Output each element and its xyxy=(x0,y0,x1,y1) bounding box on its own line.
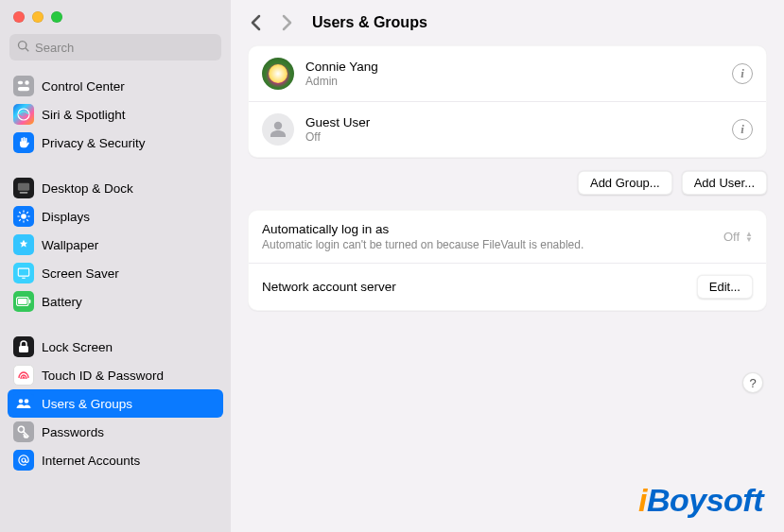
lock-icon xyxy=(13,336,34,357)
svg-rect-17 xyxy=(18,299,27,304)
sidebar-item-internet-accounts[interactable]: Internet Accounts xyxy=(8,446,223,474)
svg-line-14 xyxy=(26,212,28,214)
search-field[interactable] xyxy=(9,34,221,60)
page-title: Users & Groups xyxy=(312,14,427,31)
sidebar-item-users-groups[interactable]: Users & Groups xyxy=(8,389,223,418)
touchid-icon xyxy=(13,365,34,386)
auto-login-value[interactable]: Off ▲▼ xyxy=(723,230,753,244)
svg-point-3 xyxy=(18,109,29,120)
user-row[interactable]: Guest User Off i xyxy=(249,101,766,157)
user-row[interactable]: Connie Yang Admin i xyxy=(249,46,766,101)
header: Users & Groups xyxy=(231,0,784,45)
siri-icon xyxy=(13,104,34,125)
svg-line-13 xyxy=(19,219,21,221)
user-name: Connie Yang xyxy=(305,60,721,74)
sidebar-item-siri-spotlight[interactable]: Siri & Spotlight xyxy=(8,100,223,129)
window-controls xyxy=(0,11,231,34)
svg-point-6 xyxy=(21,214,26,219)
sidebar-item-wallpaper[interactable]: Wallpaper xyxy=(8,231,223,259)
svg-rect-0 xyxy=(18,81,23,85)
sidebar-item-label: Users & Groups xyxy=(42,397,132,411)
watermark: iBoysoft xyxy=(638,482,763,519)
avatar xyxy=(262,113,294,146)
auto-login-description: Automatic login can't be turned on becau… xyxy=(262,238,714,251)
avatar xyxy=(262,58,294,90)
auto-login-label: Automatically log in as xyxy=(262,222,714,236)
svg-point-2 xyxy=(25,80,28,84)
svg-rect-1 xyxy=(18,87,29,91)
sidebar-item-label: Touch ID & Password xyxy=(42,369,164,383)
sidebar-item-passwords[interactable]: Passwords xyxy=(8,418,223,446)
stepper-icon: ▲▼ xyxy=(745,232,753,243)
sidebar-item-label: Siri & Spotlight xyxy=(42,108,126,122)
search-input[interactable] xyxy=(35,41,214,55)
svg-rect-18 xyxy=(29,300,31,303)
key-icon xyxy=(13,421,34,442)
content-pane: Users & Groups Connie Yang Admin i Guest… xyxy=(231,0,784,532)
svg-rect-4 xyxy=(18,183,29,191)
settings-panel: Automatically log in as Automatic login … xyxy=(248,210,767,311)
dock-icon xyxy=(13,178,34,198)
sidebar-item-label: Wallpaper xyxy=(42,238,98,252)
users-list: Connie Yang Admin i Guest User Off i xyxy=(248,45,767,158)
sidebar-item-touch-id[interactable]: Touch ID & Password xyxy=(8,361,223,389)
svg-point-22 xyxy=(18,426,24,432)
svg-point-21 xyxy=(25,399,29,403)
info-icon[interactable]: i xyxy=(732,119,753,140)
sidebar-item-label: Battery xyxy=(42,295,82,309)
add-user-button[interactable]: Add User... xyxy=(682,171,767,195)
svg-rect-15 xyxy=(18,268,28,276)
svg-rect-19 xyxy=(19,346,28,352)
back-button[interactable] xyxy=(248,13,265,32)
sidebar-item-lock-screen[interactable]: Lock Screen xyxy=(8,333,223,361)
sidebar-item-label: Control Center xyxy=(42,79,125,94)
sidebar: Control CenterSiri & SpotlightPrivacy & … xyxy=(0,0,231,532)
hand-icon xyxy=(13,132,34,153)
sidebar-item-desktop-dock[interactable]: Desktop & Dock xyxy=(8,174,223,202)
battery-icon xyxy=(13,291,34,312)
wallpaper-icon xyxy=(13,234,34,255)
sidebar-item-label: Internet Accounts xyxy=(42,454,140,468)
sidebar-item-label: Lock Screen xyxy=(42,340,113,354)
help-button[interactable]: ? xyxy=(742,372,763,393)
sidebar-item-screen-saver[interactable]: Screen Saver xyxy=(8,259,223,287)
add-group-button[interactable]: Add Group... xyxy=(578,171,672,195)
sidebar-item-label: Desktop & Dock xyxy=(42,181,133,196)
sidebar-item-battery[interactable]: Battery xyxy=(8,287,223,316)
screensaver-icon xyxy=(13,263,34,283)
sidebar-item-displays[interactable]: Displays xyxy=(8,202,223,231)
user-name: Guest User xyxy=(305,115,721,129)
sidebar-item-label: Screen Saver xyxy=(42,266,119,281)
sidebar-item-label: Passwords xyxy=(42,425,104,439)
user-actions: Add Group... Add User... xyxy=(231,171,784,210)
svg-rect-5 xyxy=(20,192,28,194)
svg-line-11 xyxy=(19,212,21,214)
svg-point-20 xyxy=(19,399,24,403)
edit-button[interactable]: Edit... xyxy=(697,275,753,299)
network-server-label: Network account server xyxy=(262,280,688,294)
info-icon[interactable]: i xyxy=(732,63,753,84)
user-status: Off xyxy=(305,130,721,144)
cc-icon xyxy=(13,76,34,96)
users-icon xyxy=(13,393,34,414)
sidebar-item-label: Displays xyxy=(42,210,90,224)
user-role: Admin xyxy=(305,75,721,88)
network-server-row: Network account server Edit... xyxy=(249,263,766,310)
svg-line-12 xyxy=(26,219,28,221)
minimize-window[interactable] xyxy=(32,11,44,23)
forward-button[interactable] xyxy=(278,13,295,32)
at-icon xyxy=(13,450,34,471)
close-window[interactable] xyxy=(13,11,25,23)
displays-icon xyxy=(13,206,34,227)
sidebar-item-label: Privacy & Security xyxy=(42,136,146,150)
svg-point-24 xyxy=(274,122,282,129)
sidebar-item-control-center[interactable]: Control Center xyxy=(8,72,223,100)
zoom-window[interactable] xyxy=(51,11,62,23)
search-icon xyxy=(17,40,35,56)
auto-login-row[interactable]: Automatically log in as Automatic login … xyxy=(249,211,766,263)
sidebar-item-privacy-security[interactable]: Privacy & Security xyxy=(8,129,223,157)
